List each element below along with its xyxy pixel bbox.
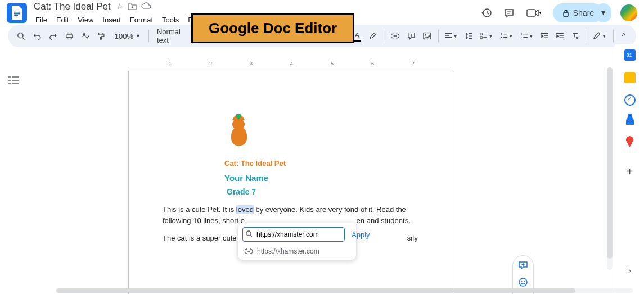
decrease-indent-icon[interactable] (538, 30, 552, 42)
clear-formatting-icon[interactable] (568, 29, 582, 43)
document-page[interactable]: Cat: The Ideal Pet Your Name Grade 7 Thi… (128, 71, 454, 294)
comments-icon[interactable] (502, 6, 516, 20)
insert-link-icon[interactable] (388, 30, 403, 42)
svg-point-18 (524, 281, 525, 282)
search-icon (246, 230, 253, 237)
history-icon[interactable] (480, 6, 493, 20)
svg-rect-10 (480, 37, 482, 38)
zoom-dropdown[interactable]: 100% ▼ (110, 30, 145, 43)
horizontal-ruler[interactable]: 1 2 3 4 5 6 7 (128, 61, 454, 69)
spellcheck-icon[interactable] (78, 29, 93, 43)
bulleted-list-icon[interactable]: ▼ (497, 30, 516, 42)
paint-format-icon[interactable] (94, 29, 109, 43)
menu-format[interactable]: Format (126, 13, 157, 26)
side-panel: + › (615, 44, 644, 294)
cloud-status-icon[interactable] (141, 2, 151, 11)
menu-file[interactable]: File (31, 13, 51, 26)
link-suggestion[interactable]: https://xhamster.com (242, 247, 352, 255)
vertical-scrollbar[interactable] (607, 67, 613, 270)
keep-icon[interactable] (624, 72, 636, 83)
menu-edit[interactable]: Edit (52, 13, 73, 26)
svg-point-15 (246, 231, 251, 236)
tasks-icon[interactable] (624, 94, 636, 106)
docs-logo-icon[interactable] (7, 3, 27, 23)
add-comment-action-icon[interactable] (515, 259, 531, 272)
overlay-banner: Google Doc Editor (191, 13, 354, 43)
hide-sidepanel-icon[interactable]: › (628, 266, 631, 275)
line-spacing-icon[interactable] (462, 29, 476, 43)
svg-point-17 (521, 281, 523, 282)
star-icon[interactable]: ☆ (116, 2, 123, 11)
doc-heading-grade[interactable]: Grade 7 (227, 187, 420, 196)
svg-point-12 (501, 37, 503, 38)
maps-icon[interactable] (626, 136, 634, 147)
search-menus-icon[interactable] (13, 29, 29, 43)
outline-toggle-icon[interactable] (8, 76, 19, 294)
insert-image-icon[interactable] (420, 29, 435, 43)
share-dropdown[interactable]: ▼ (595, 3, 611, 22)
menu-tools[interactable]: Tools (158, 13, 183, 26)
svg-point-3 (18, 33, 23, 38)
horizontal-scrollbar[interactable] (56, 288, 633, 293)
align-icon[interactable]: ▼ (442, 30, 461, 42)
add-comment-icon[interactable] (404, 29, 419, 43)
svg-point-16 (519, 278, 527, 286)
doc-heading-title[interactable]: Cat: The Ideal Pet (224, 159, 420, 168)
svg-text:1: 1 (521, 33, 523, 35)
menu-view[interactable]: View (74, 13, 97, 26)
cat-image[interactable] (224, 116, 253, 150)
svg-rect-1 (527, 10, 535, 16)
menu-insert[interactable]: Insert (98, 13, 125, 26)
increase-indent-icon[interactable] (553, 30, 567, 42)
meet-icon[interactable] (525, 6, 544, 20)
apply-link-button[interactable]: Apply (348, 228, 373, 241)
calendar-icon[interactable] (624, 49, 636, 61)
svg-point-11 (501, 33, 503, 35)
collapse-toolbar-icon[interactable]: ^ (617, 29, 631, 43)
checklist-icon[interactable]: ▼ (477, 30, 496, 42)
svg-text:2: 2 (521, 36, 523, 39)
svg-rect-6 (67, 37, 71, 39)
highlight-icon[interactable] (365, 29, 380, 43)
undo-icon[interactable] (30, 29, 45, 43)
doc-heading-name[interactable]: Your Name (224, 173, 420, 183)
get-addons-icon[interactable]: + (627, 165, 633, 178)
account-avatar[interactable] (620, 4, 637, 21)
svg-rect-2 (564, 12, 568, 16)
share-label: Share (573, 8, 594, 17)
selected-text: loved (236, 205, 254, 214)
editing-mode-icon[interactable]: ▼ (589, 29, 610, 43)
svg-point-8 (425, 34, 426, 36)
svg-rect-9 (480, 33, 482, 35)
contacts-icon[interactable] (626, 117, 634, 125)
link-url-input[interactable] (242, 227, 345, 242)
document-title[interactable]: Cat: The Ideal Pet (31, 0, 113, 13)
numbered-list-icon[interactable]: 12▼ (517, 30, 537, 42)
add-emoji-action-icon[interactable] (515, 276, 531, 288)
print-icon[interactable] (62, 29, 77, 43)
redo-icon[interactable] (46, 29, 61, 43)
move-folder-icon[interactable] (128, 2, 137, 11)
insert-link-popup: Apply https://xhamster.com (238, 223, 356, 260)
